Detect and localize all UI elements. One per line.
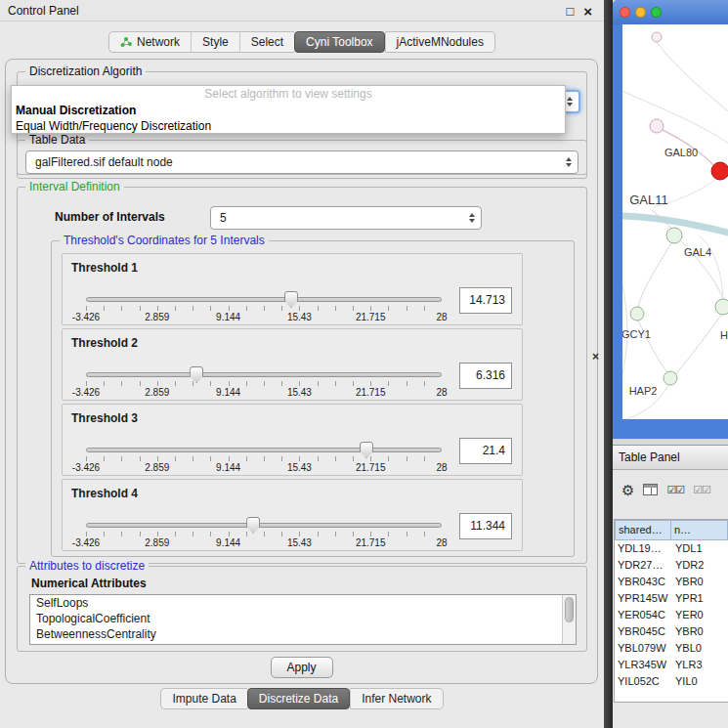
attribute-list-item[interactable]: BetweennessCentrality	[30, 626, 576, 642]
tab-select[interactable]: Select	[239, 31, 294, 53]
combo-arrows-icon	[469, 213, 475, 223]
threshold-label: Threshold 2	[71, 336, 138, 350]
slider-scale-label: 21.715	[356, 312, 386, 322]
network-edge[interactable]	[676, 315, 721, 374]
tab-impute-data[interactable]: Impute Data	[160, 688, 246, 709]
network-node[interactable]	[652, 32, 662, 42]
tab-style[interactable]: Style	[191, 31, 239, 53]
dropdown-option-manual-discretization[interactable]: Manual Discretization	[12, 103, 565, 118]
threshold-4-value-field[interactable]: 11.344	[459, 513, 512, 539]
hide-panel-icon[interactable]: ×	[592, 350, 599, 364]
table-row[interactable]: YER054CYER0	[615, 607, 728, 623]
list-scrollbar[interactable]	[562, 595, 576, 644]
network-node-label: GAL80	[664, 147, 698, 158]
zoom-traffic-light-icon[interactable]	[651, 7, 662, 18]
threshold-1-slider[interactable]	[86, 297, 442, 302]
table-cell[interactable]: YPR145W	[615, 590, 671, 607]
network-node[interactable]	[715, 299, 728, 315]
select-columns-icon[interactable]: ☑☑	[693, 484, 710, 496]
table-cell[interactable]: YDL1	[671, 540, 728, 557]
threshold-3-value-field[interactable]: 21.4	[459, 438, 512, 464]
scrollbar-thumb[interactable]	[565, 597, 574, 622]
threshold-2-value-field[interactable]: 6.316	[459, 363, 512, 389]
group-title: Threshold's Coordinates for 5 Intervals	[60, 234, 269, 247]
threshold-1-value-field[interactable]: 14.713	[459, 287, 512, 314]
apply-button[interactable]: Apply	[271, 657, 333, 678]
tab-cyni-toolbox[interactable]: Cyni Toolbox	[294, 31, 384, 53]
number-of-intervals-label: Number of Intervals	[55, 210, 165, 224]
tab-label: Select	[251, 35, 283, 49]
threshold-label: Threshold 1	[71, 261, 138, 275]
window-title: Control Panel	[8, 4, 79, 18]
table-row[interactable]: YPR145WYPR1	[615, 590, 728, 607]
table-row[interactable]: YBR045CYBR0	[615, 623, 728, 640]
number-of-intervals-row: Number of Intervals 5	[18, 205, 586, 231]
table-row[interactable]: YLR345WYLR3	[615, 657, 728, 673]
dropdown-option-equal-width-frequency[interactable]: Equal Width/Frequency Discretization	[12, 118, 565, 134]
network-node[interactable]	[666, 228, 682, 243]
attribute-list-item[interactable]: TopologicalCoefficient	[30, 611, 576, 626]
table-cell[interactable]: YIL0	[671, 673, 728, 690]
number-of-intervals-combo[interactable]: 5	[210, 206, 482, 230]
slider-scale-label: 21.715	[356, 537, 386, 548]
table-cell[interactable]: YLR3	[671, 657, 728, 673]
network-edge[interactable]	[638, 243, 671, 307]
threshold-4-panel: Threshold 4 -3.4262.8599.14415.4321.7152…	[62, 479, 523, 551]
slider-scale: -3.4262.8599.14415.4321.71528	[86, 462, 442, 474]
table-cell[interactable]: YBL0	[671, 640, 728, 657]
table-row[interactable]: YIL052CYIL0	[615, 673, 728, 690]
float-window-icon[interactable]: □	[566, 5, 574, 18]
table-cell[interactable]: YER054C	[615, 607, 671, 623]
network-node[interactable]	[664, 371, 677, 385]
show-all-columns-icon[interactable]: ☑☑	[666, 484, 684, 496]
table-cell[interactable]: YDR2	[671, 557, 728, 574]
tab-jactivemodules[interactable]: jActiveMNodules	[385, 31, 495, 53]
columns-icon[interactable]	[643, 484, 658, 495]
column-header-shared-name[interactable]: shared…	[615, 520, 671, 540]
slider-ticks	[86, 456, 442, 461]
close-window-icon[interactable]: ×	[583, 4, 592, 19]
panel-divider[interactable]	[604, 0, 613, 728]
tab-network[interactable]: Network	[108, 31, 191, 53]
combo-arrows-icon	[566, 157, 572, 167]
table-cell[interactable]: YDR27…	[615, 557, 671, 574]
table-cell[interactable]: YBR043C	[615, 574, 671, 590]
table-cell[interactable]: YIL052C	[615, 673, 671, 690]
tab-infer-network[interactable]: Infer Network	[350, 688, 443, 709]
slider-scale-label: 21.715	[356, 387, 386, 398]
table-cell[interactable]: YDL19…	[615, 540, 671, 557]
slider-scale-label: 2.859	[145, 387, 169, 398]
threshold-2-slider[interactable]	[86, 372, 442, 377]
table-row[interactable]: YDR27…YDR2	[615, 557, 728, 574]
table-cell[interactable]: YBR0	[671, 574, 728, 590]
network-node[interactable]	[650, 119, 664, 133]
threshold-4-slider[interactable]	[86, 523, 442, 528]
table-row[interactable]: YDL19…YDL1	[615, 540, 728, 557]
attribute-list-item[interactable]: SelfLoops	[30, 595, 576, 611]
table-cell[interactable]: YBR0	[671, 623, 728, 640]
minimize-traffic-light-icon[interactable]	[635, 7, 646, 18]
gear-icon[interactable]: ⚙	[621, 483, 634, 497]
table-cell[interactable]: YBL079W	[615, 640, 671, 657]
tab-label: Network	[137, 35, 180, 49]
tab-label: jActiveMNodules	[397, 35, 484, 49]
table-cell[interactable]: YBR045C	[615, 623, 671, 640]
bottom-tab-bar: Impute Data Discretize Data Infer Networ…	[0, 688, 604, 709]
tab-discretize-data[interactable]: Discretize Data	[247, 688, 350, 709]
numerical-attributes-list[interactable]: SelfLoopsTopologicalCoefficientBetweenne…	[29, 594, 577, 645]
network-edge[interactable]	[622, 267, 627, 388]
close-traffic-light-icon[interactable]	[620, 7, 630, 18]
network-canvas[interactable]: GAL80GAL11GAL4GCY1HHAP2	[622, 24, 728, 419]
table-row[interactable]: YBR043CYBR0	[615, 574, 728, 590]
network-node[interactable]	[630, 307, 644, 321]
table-cell[interactable]: YER0	[671, 607, 728, 623]
table-data-combo[interactable]: galFiltered.sif default node	[25, 150, 578, 174]
table-cell[interactable]: YPR1	[671, 590, 728, 607]
network-edge[interactable]	[657, 42, 728, 114]
column-header-name[interactable]: n…	[671, 520, 728, 540]
threshold-3-slider[interactable]	[86, 448, 442, 452]
table-data-group: Table Data galFiltered.sif default node	[17, 140, 587, 179]
table-cell[interactable]: YLR345W	[615, 657, 671, 673]
network-node[interactable]	[711, 162, 728, 180]
table-row[interactable]: YBL079WYBL0	[615, 640, 728, 657]
